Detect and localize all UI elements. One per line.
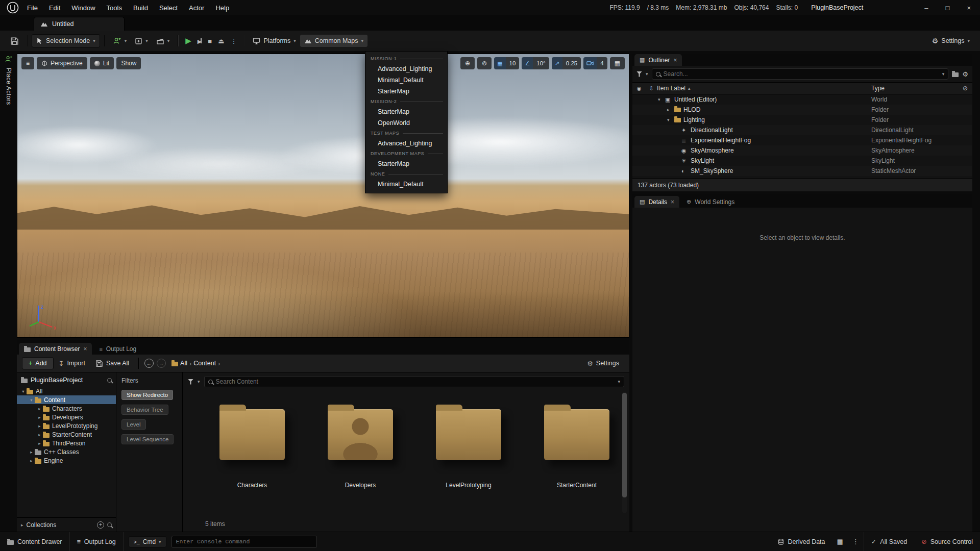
perspective-dropdown[interactable]: Perspective [37, 57, 87, 69]
forward-button[interactable] [157, 359, 166, 368]
camera-speed-control[interactable]: 4 [583, 57, 607, 69]
search-icon[interactable] [107, 378, 112, 383]
filter-behavior-tree[interactable]: Behavior Tree [121, 405, 168, 415]
menu-item-startermap[interactable]: StarterMap [365, 106, 447, 117]
outliner-row[interactable]: Untitled (Editor) World [632, 94, 972, 105]
tree-item-levelprototyping[interactable]: LevelPrototyping [17, 421, 116, 430]
add-collection-button[interactable] [97, 521, 104, 529]
filter-icon[interactable] [636, 71, 642, 77]
breadcrumb-chevron-icon[interactable] [218, 360, 220, 367]
chevron-down-icon[interactable] [198, 379, 200, 384]
menu-item-minimal-default[interactable]: Minimal_Default [365, 179, 447, 190]
cmd-dropdown[interactable]: Cmd [129, 536, 166, 547]
platforms-dropdown[interactable]: Platforms [249, 35, 300, 47]
world-space-toggle-icon[interactable] [460, 57, 475, 69]
filter-level-sequence[interactable]: Level Sequence [121, 434, 174, 444]
save-all-button[interactable]: Save All [90, 360, 134, 367]
selection-mode-dropdown[interactable]: Selection Mode [32, 34, 100, 47]
chevron-down-icon[interactable] [646, 71, 648, 77]
menu-item-startermap[interactable]: StarterMap [365, 158, 447, 169]
maximize-button[interactable] [946, 4, 950, 12]
common-maps-dropdown[interactable]: Common Maps [300, 35, 368, 47]
world-settings-tab[interactable]: World Settings [681, 196, 740, 208]
menu-tools[interactable]: Tools [101, 4, 128, 12]
settings-dropdown[interactable]: Settings [928, 34, 974, 47]
menu-item-minimal-default[interactable]: Minimal_Default [365, 74, 447, 86]
breadcrumb-root[interactable]: All [178, 360, 189, 367]
back-button[interactable] [144, 359, 154, 368]
output-log-tab[interactable]: Output Log [94, 343, 141, 355]
more-options-icon[interactable] [848, 538, 864, 545]
show-dropdown[interactable]: Show [116, 57, 141, 69]
play-button[interactable] [182, 36, 194, 45]
search-icon[interactable] [107, 522, 112, 527]
tree-item-thirdperson[interactable]: ThirdPerson [17, 439, 116, 447]
outliner-row[interactable]: ExponentialHeightFog ExponentialHeightFo… [632, 135, 972, 145]
close-icon[interactable] [673, 57, 677, 64]
content-drawer-button[interactable]: Content Drawer [0, 532, 70, 551]
menu-item-advanced-lighting[interactable]: Advanced_Lighting [365, 63, 447, 74]
create-folder-button[interactable] [952, 71, 959, 77]
expander-open-icon[interactable] [667, 117, 674, 122]
visibility-column-eye-icon[interactable] [632, 86, 646, 91]
surface-snap-icon[interactable] [477, 57, 492, 69]
expander-open-icon[interactable] [20, 389, 27, 394]
outliner-row[interactable]: SkyAtmosphere SkyAtmosphere [632, 145, 972, 156]
close-icon[interactable] [83, 345, 87, 353]
pin-column-icon[interactable] [646, 85, 657, 92]
rotation-snap-control[interactable]: 10° [522, 57, 549, 69]
blueprints-button[interactable] [131, 35, 152, 47]
menu-item-startermap[interactable]: StarterMap [365, 86, 447, 97]
folder-tile-characters[interactable]: Characters [216, 403, 288, 489]
tree-item-content[interactable]: Content [17, 395, 116, 404]
outliner-tab[interactable]: Outliner [634, 54, 682, 66]
expander-closed-icon[interactable] [21, 522, 23, 528]
menu-window[interactable]: Window [66, 4, 101, 12]
all-saved-button[interactable]: All Saved [864, 532, 914, 551]
scale-snap-control[interactable]: 0.25 [552, 57, 581, 69]
tree-item-developers[interactable]: Developers [17, 413, 116, 421]
folder-tile-levelprototyping[interactable]: LevelPrototyping [433, 403, 504, 489]
outliner-row[interactable]: SM_SkySphere StaticMeshActor [632, 166, 972, 176]
level-viewport[interactable]: Perspective Lit Show 10 10° 0.25 [17, 54, 629, 338]
tree-item-startercontent[interactable]: StarterContent [17, 430, 116, 439]
insights-grid-icon[interactable] [832, 538, 848, 545]
tree-item-all[interactable]: All [17, 387, 116, 395]
filter-level[interactable]: Level [121, 419, 146, 430]
output-log-button[interactable]: Output Log [70, 532, 124, 551]
tree-item-cpp-classes[interactable]: C++ Classes [17, 447, 116, 456]
console-command-input[interactable] [172, 536, 317, 548]
import-button[interactable]: Import [54, 360, 90, 367]
outliner-row[interactable]: Lighting Folder [632, 115, 972, 125]
details-tab[interactable]: Details [634, 196, 679, 208]
tree-item-engine[interactable]: Engine [17, 456, 116, 465]
expander-open-icon[interactable] [28, 397, 35, 403]
breadcrumb-current[interactable]: Content [191, 360, 218, 367]
eject-button[interactable] [215, 37, 227, 45]
play-options-button[interactable] [227, 37, 240, 45]
scrollbar-thumb[interactable] [622, 393, 627, 497]
expander-closed-icon[interactable] [667, 107, 674, 112]
menu-item-advanced-lighting[interactable]: Advanced_Lighting [365, 138, 447, 149]
menu-select[interactable]: Select [154, 4, 183, 12]
expander-closed-icon[interactable] [36, 415, 43, 420]
chevron-down-icon[interactable] [942, 71, 945, 77]
unloaded-column-icon[interactable] [958, 85, 972, 92]
content-browser-tab[interactable]: Content Browser [19, 343, 92, 355]
collections-bar[interactable]: Collections [17, 517, 116, 532]
menu-file[interactable]: File [21, 4, 43, 12]
expander-closed-icon[interactable] [36, 441, 43, 446]
outliner-settings-button[interactable] [962, 70, 968, 78]
lit-dropdown[interactable]: Lit [90, 57, 114, 69]
folder-tile-developers[interactable]: Developers [325, 403, 396, 489]
content-browser-settings-button[interactable]: Settings [582, 360, 624, 367]
asset-search-input[interactable] [216, 378, 615, 385]
source-control-button[interactable]: Source Control [914, 532, 980, 551]
chevron-down-icon[interactable] [618, 379, 620, 384]
viewport-options-menu-icon[interactable] [21, 57, 34, 69]
menu-actor[interactable]: Actor [183, 4, 210, 12]
close-button[interactable] [967, 4, 971, 12]
outliner-row[interactable]: HLOD Folder [632, 105, 972, 115]
outliner-row[interactable]: DirectionalLight DirectionalLight [632, 125, 972, 135]
expander-closed-icon[interactable] [36, 406, 43, 411]
